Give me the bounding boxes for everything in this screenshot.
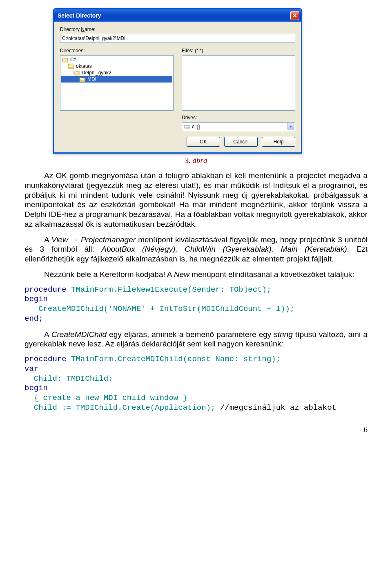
code-block: procedure TMainForm.FileNew1Execute(Send… <box>24 285 368 324</box>
drives-value: c: [] <box>192 124 200 130</box>
figure-caption: 3. ábra <box>24 156 368 165</box>
dir-item-label: MDI <box>87 76 96 82</box>
files-label: Files: (*.*) <box>182 48 295 54</box>
dir-item-selected[interactable]: MDI <box>61 76 172 83</box>
directories-listbox[interactable]: C:\ oktatas Delphi_gyak2 <box>60 55 174 111</box>
ok-button[interactable]: OK <box>187 137 220 147</box>
titlebar: Select Directory ✕ <box>54 9 301 22</box>
dialog-window: Select Directory ✕ Directory Name: Direc… <box>53 8 368 154</box>
page-number: 6 <box>24 425 368 434</box>
paragraph: Az OK gomb megnyomása után a felugró abl… <box>24 171 368 229</box>
folder-open-icon <box>68 63 74 69</box>
paragraph: Nézzünk bele a Keretform kódjába! A New … <box>24 270 368 279</box>
window-title: Select Directory <box>58 12 101 19</box>
dir-item[interactable]: Delphi_gyak2 <box>61 69 172 76</box>
folder-open-icon <box>74 70 80 76</box>
dir-item[interactable]: oktatas <box>61 63 172 69</box>
folder-open-icon <box>79 76 86 82</box>
svg-rect-1 <box>185 126 189 127</box>
code-block: procedure TMainForm.CreateMDIChild(const… <box>24 355 368 413</box>
dir-item-label: C:\ <box>70 57 76 63</box>
dir-item-label: Delphi_gyak2 <box>82 70 111 76</box>
drives-label: Drives: <box>182 115 295 121</box>
chevron-down-icon: ▼ <box>287 123 294 130</box>
dirname-input[interactable] <box>60 34 295 43</box>
help-button[interactable]: Help <box>262 137 295 147</box>
close-button[interactable]: ✕ <box>290 11 299 20</box>
dir-item[interactable]: C:\ <box>61 56 172 63</box>
close-icon: ✕ <box>292 12 297 19</box>
files-listbox[interactable] <box>182 55 295 111</box>
drives-select[interactable]: c: [] ▼ <box>182 122 295 131</box>
drive-icon <box>184 124 190 130</box>
dirname-label: Directory Name: <box>60 27 295 32</box>
paragraph: A View → Projectmanager menüpont kiválas… <box>24 235 368 264</box>
directories-label: Directories: <box>60 48 174 54</box>
svg-point-2 <box>188 127 189 128</box>
dir-item-label: oktatas <box>76 63 92 69</box>
cancel-button[interactable]: Cancel <box>224 137 258 147</box>
folder-open-icon <box>62 57 69 63</box>
paragraph: A CreateMDIChild egy eljárás, aminek a b… <box>24 330 368 349</box>
